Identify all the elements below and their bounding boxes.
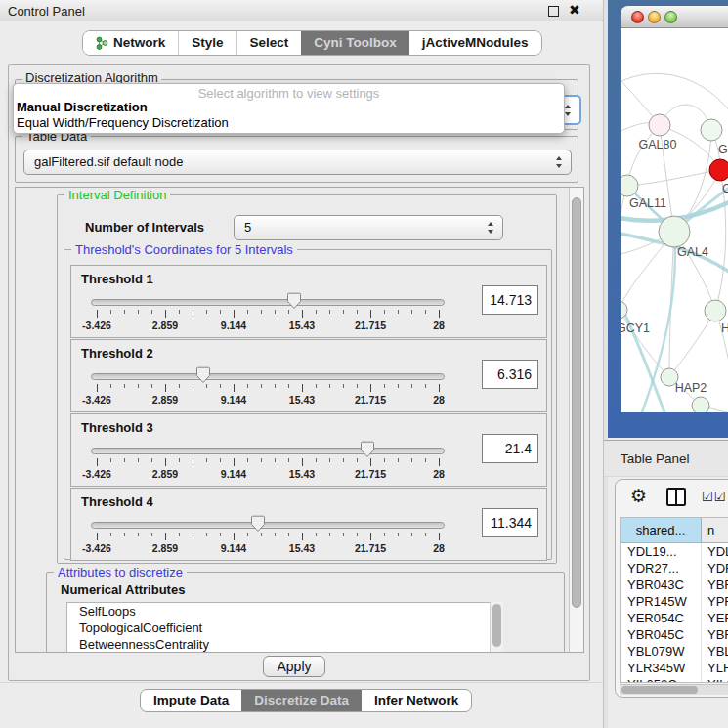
node-gal4[interactable] — [659, 216, 690, 247]
cell-shared-name[interactable]: YDL19... — [621, 543, 702, 560]
numerical-attributes-label: Numerical Attributes — [61, 582, 185, 597]
slider-thumb[interactable] — [360, 441, 375, 458]
settings-scrollbar[interactable] — [569, 188, 583, 652]
list-scrollbar-thumb[interactable] — [492, 604, 501, 647]
table-row[interactable]: YBL079W YBL0 — [621, 643, 728, 660]
threshold-3-slider[interactable]: -3.4262.8599.14415.4321.71528 — [97, 442, 439, 485]
node-bottom-partial[interactable] — [692, 397, 709, 412]
network-canvas[interactable]: GAL80 G C GAL11 GAL4 GCY1 H HAP2 — [621, 28, 728, 412]
threshold-4-slider[interactable]: -3.4262.8599.14415.4321.71528 — [97, 516, 439, 559]
threshold-2-value-input[interactable] — [482, 360, 538, 389]
dropdown-option-manual[interactable]: Manual Discretization — [14, 100, 564, 115]
node-partial-top-right[interactable] — [701, 119, 722, 141]
label-gal4: GAL4 — [677, 245, 708, 259]
tab-discretize-data[interactable]: Discretize Data — [241, 690, 362, 711]
tab-select[interactable]: Select — [236, 31, 302, 55]
cell-name[interactable]: YPR1 — [702, 593, 728, 610]
slider-thumb[interactable] — [286, 292, 302, 310]
cell-name[interactable]: YBR0 — [702, 577, 728, 593]
tab-style[interactable]: Style — [178, 31, 236, 55]
cell-name[interactable]: YIL0 — [702, 676, 728, 683]
attributes-group-title: Attributes to discretize — [54, 565, 187, 579]
table-row[interactable]: YBR043C YBR0 — [621, 577, 728, 593]
bottom-tab-bar: Impute Data Discretize Data Infer Networ… — [0, 682, 604, 728]
cyni-toolbox-panel: Discretization Algorithm Table Data galF… — [8, 64, 590, 681]
control-panel-titlebar: Control Panel — [0, 0, 604, 21]
slider-track[interactable] — [91, 299, 445, 306]
node-gal80[interactable] — [649, 114, 670, 136]
gear-icon[interactable]: ⚙ — [630, 487, 647, 506]
table-row[interactable]: YLR345W YLR3 — [621, 660, 728, 676]
cell-shared-name[interactable]: YDR27... — [621, 560, 702, 577]
threshold-1-value-input[interactable] — [482, 285, 538, 315]
cell-shared-name[interactable]: YIL052C — [621, 676, 702, 683]
panel-title: Control Panel — [8, 4, 85, 19]
minimize-traffic-light-icon[interactable] — [648, 11, 661, 23]
cell-name[interactable]: YDL1 — [702, 543, 728, 560]
cell-name[interactable]: YER0 — [702, 610, 728, 626]
tab-network[interactable]: Network — [83, 31, 178, 55]
numerical-attributes-list[interactable]: SelfLoopsTopologicalCoefficientBetweenne… — [66, 602, 503, 653]
attribute-list-item[interactable]: BetweennessCentrality — [67, 636, 502, 653]
cell-shared-name[interactable]: YBL079W — [621, 643, 702, 660]
table-header: shared... n — [621, 518, 728, 543]
table-scrollbar-thumb[interactable] — [621, 686, 698, 694]
number-of-intervals-combobox[interactable]: 5 — [234, 215, 503, 240]
table-horizontal-scrollbar[interactable] — [620, 684, 728, 695]
table-row[interactable]: YDR27... YDR2 — [621, 560, 728, 577]
checked-boxes-icon[interactable]: ☑☑ — [702, 490, 726, 504]
cell-name[interactable]: YBL0 — [702, 643, 728, 660]
table-row[interactable]: YPR145W YPR1 — [621, 593, 728, 610]
close-icon[interactable]: ✖ — [569, 2, 580, 18]
dropdown-option-equal-width[interactable]: Equal Width/Frequency Discretization — [14, 115, 564, 131]
slider-track[interactable] — [91, 522, 445, 529]
threshold-2-slider[interactable]: -3.4262.8599.14415.4321.71528 — [97, 367, 439, 410]
slider-track[interactable] — [91, 373, 445, 380]
threshold-3-value-input[interactable] — [482, 434, 538, 463]
close-traffic-light-icon[interactable] — [631, 11, 644, 23]
cell-name[interactable]: YBR0 — [702, 626, 728, 643]
column-header-name[interactable]: n — [702, 518, 728, 542]
tab-infer-network[interactable]: Infer Network — [362, 690, 471, 711]
table-row[interactable]: YBR045C YBR0 — [621, 626, 728, 643]
cell-shared-name[interactable]: YBR045C — [621, 626, 702, 643]
tab-cyni-toolbox[interactable]: Cyni Toolbox — [301, 31, 409, 55]
threshold-4-box: Threshold 4 -3.4262.8599.14415.4321.7152… — [70, 488, 547, 561]
apply-button[interactable]: Apply — [263, 656, 325, 677]
slider-thumb[interactable] — [250, 515, 266, 533]
slider-thumb[interactable] — [195, 366, 211, 384]
node-partial-low-right[interactable] — [705, 300, 726, 321]
cell-shared-name[interactable]: YBR043C — [621, 577, 702, 593]
attribute-list-item[interactable]: SelfLoops — [67, 603, 502, 620]
label-partial-h: H — [721, 321, 728, 335]
column-header-shared-name[interactable]: shared... — [621, 518, 702, 542]
table-data-combobox[interactable]: galFiltered.sif default node — [23, 150, 572, 175]
node-gal11[interactable] — [621, 175, 638, 196]
slider-track[interactable] — [91, 448, 445, 454]
split-columns-icon[interactable] — [666, 488, 686, 506]
tab-impute-data[interactable]: Impute Data — [141, 690, 241, 711]
cell-shared-name[interactable]: YER054C — [621, 610, 702, 626]
cell-name[interactable]: YDR2 — [702, 560, 728, 577]
table-row[interactable]: YIL052C YIL0 — [621, 676, 728, 683]
network-window-titlebar[interactable] — [621, 6, 728, 28]
float-window-icon[interactable] — [548, 6, 559, 17]
node-selected-red[interactable] — [709, 159, 728, 181]
tab-network-label: Network — [113, 31, 165, 55]
node-table: shared... n YDL19... YDL1 YDR27... YDR2 … — [620, 517, 728, 683]
settings-scrollbar-thumb[interactable] — [572, 197, 581, 608]
tab-jactivemnodules[interactable]: jActiveMNodules — [409, 31, 541, 55]
threshold-1-slider[interactable]: -3.4262.8599.14415.4321.71528 — [97, 293, 439, 336]
table-row[interactable]: YER054C YER0 — [621, 610, 728, 626]
table-body: YDL19... YDL1 YDR27... YDR2 YBR043C YBR0… — [621, 543, 728, 683]
threshold-4-value-input[interactable] — [482, 508, 538, 537]
list-scrollbar[interactable] — [490, 602, 503, 653]
table-row[interactable]: YDL19... YDL1 — [621, 543, 728, 560]
attributes-group: Attributes to discretize Numerical Attri… — [46, 572, 565, 653]
attribute-list-item[interactable]: TopologicalCoefficient — [67, 620, 502, 636]
cell-name[interactable]: YLR3 — [702, 660, 728, 676]
cell-shared-name[interactable]: YPR145W — [621, 593, 702, 610]
zoom-traffic-light-icon[interactable] — [664, 11, 677, 23]
cell-shared-name[interactable]: YLR345W — [621, 660, 702, 676]
slider-tick-labels: -3.4262.8599.14415.4321.71528 — [97, 542, 439, 554]
